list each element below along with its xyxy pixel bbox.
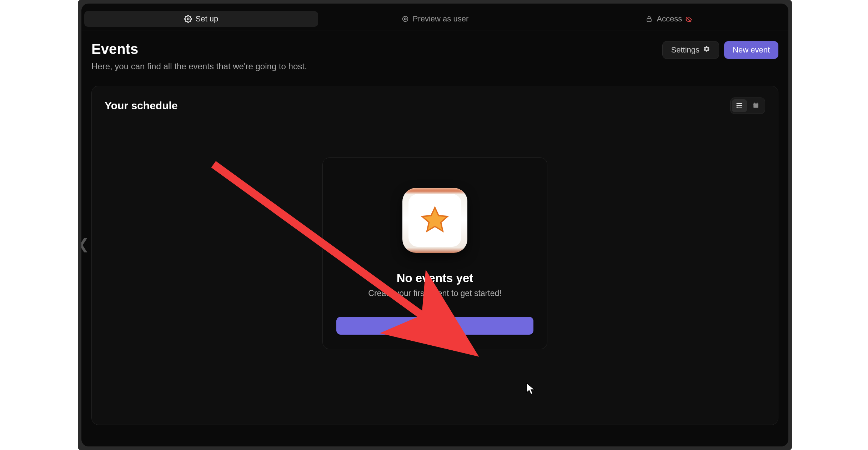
gear-icon — [703, 45, 710, 55]
page-title: Events — [91, 41, 307, 57]
outer-frame: Set up Preview as user Access — [78, 0, 792, 450]
target-icon — [401, 15, 409, 23]
new-event-button[interactable]: New event — [724, 41, 778, 59]
schedule-card: Your schedule — [91, 86, 778, 425]
calendar-icon — [753, 102, 759, 110]
top-tabs: Set up Preview as user Access — [81, 4, 788, 30]
gear-icon — [184, 15, 192, 23]
settings-button-label: Settings — [671, 45, 700, 55]
card-header: Your schedule — [105, 98, 765, 114]
empty-state-title: No events yet — [397, 271, 473, 285]
sidebar-expand-handle[interactable]: ❮ — [81, 234, 87, 254]
svg-rect-12 — [753, 103, 758, 105]
tab-setup-label: Set up — [196, 14, 219, 24]
page-subtitle: Here, you can find all the events that w… — [91, 61, 307, 71]
lock-icon — [645, 15, 653, 23]
card-title: Your schedule — [105, 100, 178, 112]
svg-rect-3 — [647, 19, 651, 21]
empty-state: No events yet Create your first event to… — [322, 158, 547, 349]
calendar-view-button[interactable] — [748, 99, 763, 112]
empty-state-cta-label: New event — [415, 321, 455, 330]
empty-state-subtitle: Create your first event to get started! — [368, 289, 501, 298]
tab-setup[interactable]: Set up — [84, 11, 318, 27]
page-title-wrap: Events Here, you can find all the events… — [91, 41, 307, 71]
star-tile-inner — [408, 194, 461, 247]
svg-point-9 — [737, 105, 738, 106]
list-icon — [736, 102, 743, 110]
tab-preview-label: Preview as user — [413, 14, 469, 24]
header-actions: Settings New event — [662, 41, 778, 59]
svg-point-1 — [402, 16, 408, 22]
eye-off-icon — [686, 16, 692, 22]
empty-state-new-event-button[interactable]: New event — [336, 317, 533, 335]
page-header: Events Here, you can find all the events… — [81, 30, 788, 75]
list-view-button[interactable] — [732, 99, 747, 112]
svg-point-10 — [737, 107, 738, 108]
app-window: Set up Preview as user Access — [81, 4, 788, 446]
tab-access-label: Access — [657, 14, 682, 24]
star-icon — [420, 204, 450, 236]
svg-point-2 — [404, 18, 406, 20]
star-tile — [402, 188, 467, 253]
svg-point-0 — [187, 18, 189, 20]
new-event-button-label: New event — [733, 45, 770, 55]
view-toggle — [730, 98, 765, 114]
tab-preview[interactable]: Preview as user — [318, 11, 552, 27]
svg-point-8 — [737, 103, 738, 104]
settings-button[interactable]: Settings — [662, 41, 719, 59]
tab-access[interactable]: Access — [552, 11, 786, 27]
